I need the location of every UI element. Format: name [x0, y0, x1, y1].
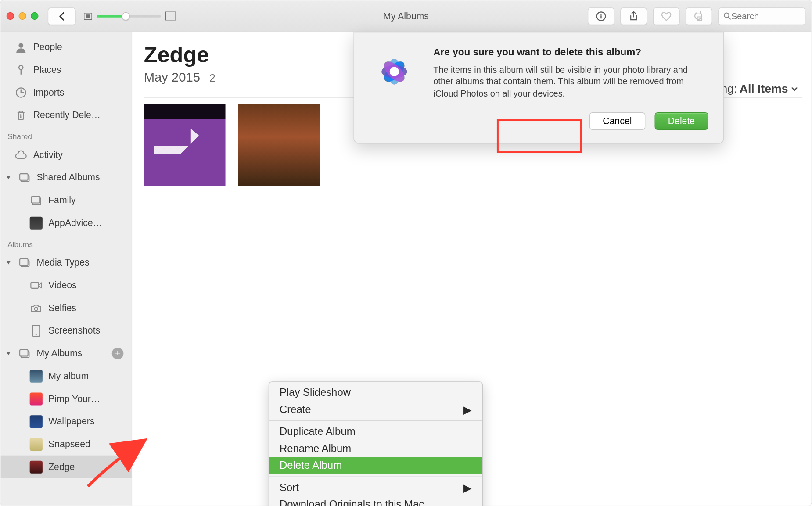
sidebar-label: Imports: [33, 87, 65, 97]
sidebar-item-shared-albums[interactable]: Shared Albums: [0, 166, 132, 189]
menu-separator: [269, 420, 482, 421]
chevron-down-icon: [790, 85, 799, 93]
disclosure-triangle-icon[interactable]: [5, 260, 11, 265]
sidebar-label: Recently Dele…: [33, 110, 101, 120]
cancel-button[interactable]: Cancel: [589, 112, 645, 130]
photo-grid: [144, 104, 320, 186]
sidebar-label: Pimp Your…: [48, 393, 100, 404]
zoom-slider[interactable]: [97, 15, 161, 17]
menu-item-download-originals[interactable]: Download Originals to this Mac: [269, 496, 482, 506]
zoom-small-icon[interactable]: [84, 13, 92, 20]
menu-item-label: Delete Album: [280, 459, 342, 472]
camera-icon: [30, 301, 43, 314]
sidebar-label: My album: [48, 371, 89, 381]
sidebar-label: Activity: [33, 149, 63, 160]
close-window-button[interactable]: [7, 12, 14, 20]
info-button[interactable]: [588, 7, 614, 25]
stack-icon: [18, 171, 31, 183]
pin-icon: [14, 63, 27, 76]
sidebar-item-zedge[interactable]: Zedge: [0, 456, 132, 478]
sidebar-label: Media Types: [37, 257, 90, 268]
sidebar-label: Places: [33, 65, 61, 75]
svg-rect-23: [20, 349, 28, 356]
sidebar-label: My Albums: [37, 348, 83, 359]
add-album-button[interactable]: +: [112, 348, 124, 359]
menu-item-delete-album[interactable]: Delete Album: [269, 457, 482, 474]
sidebar-item-people[interactable]: People: [0, 36, 132, 58]
svg-point-21: [36, 334, 37, 335]
svg-point-6: [18, 43, 23, 48]
fullscreen-window-button[interactable]: [31, 12, 38, 20]
share-button[interactable]: [620, 7, 647, 25]
menu-item-label: Sort: [280, 481, 299, 494]
disclosure-triangle-icon[interactable]: [5, 175, 11, 180]
svg-rect-2: [600, 15, 601, 18]
sidebar-item-family[interactable]: Family: [0, 189, 132, 212]
sidebar-item-snapseed[interactable]: Snapseed: [0, 433, 132, 456]
svg-rect-13: [20, 173, 28, 180]
window-controls: [7, 12, 39, 20]
device-icon: [30, 324, 43, 337]
photo-thumbnail[interactable]: [144, 104, 226, 186]
menu-item-play-slideshow[interactable]: Play Slideshow: [269, 384, 482, 401]
back-button[interactable]: [48, 7, 76, 25]
sidebar-item-screenshots[interactable]: Screenshots: [0, 319, 132, 342]
menu-item-label: Duplicate Album: [280, 426, 356, 438]
search-input[interactable]: [731, 11, 800, 21]
album-thumb-icon: [30, 460, 43, 473]
menu-item-label: Create: [280, 404, 311, 416]
main-content: Zedge May 2015 2 Showing: All Items: [132, 32, 811, 506]
sidebar-label: Zedge: [48, 462, 75, 472]
search-icon: [723, 12, 731, 21]
sidebar-item-appadvice[interactable]: AppAdvice…: [0, 212, 132, 234]
sidebar-label: AppAdvice…: [48, 218, 102, 228]
showing-value: All Items: [740, 82, 788, 96]
dialog-body: The items in this album will still be vi…: [433, 64, 708, 100]
delete-button[interactable]: Delete: [654, 112, 708, 130]
sidebar-item-places[interactable]: Places: [0, 58, 132, 81]
sidebar-header-albums: Albums: [0, 234, 132, 251]
sidebar-item-pimp-your[interactable]: Pimp Your…: [0, 387, 132, 410]
sidebar-item-media-types[interactable]: Media Types: [0, 251, 132, 274]
sidebar-label: Videos: [48, 280, 77, 291]
menu-item-sort[interactable]: Sort▶: [269, 479, 482, 496]
album-date: May 2015: [144, 70, 200, 85]
sidebar: People Places Imports Recently Dele… Sha…: [0, 32, 132, 506]
photo-thumbnail[interactable]: [238, 104, 320, 186]
sidebar-item-activity[interactable]: Activity: [0, 143, 132, 166]
minimize-window-button[interactable]: [18, 12, 26, 20]
album-thumb-icon: [30, 438, 43, 450]
sidebar-header-shared: Shared: [0, 126, 132, 143]
menu-item-label: Download Originals to this Mac: [280, 499, 424, 506]
album-thumb-icon: [30, 392, 43, 405]
sidebar-item-my-album[interactable]: My album: [0, 365, 132, 388]
person-icon: [14, 40, 27, 53]
sidebar-label: People: [33, 42, 62, 52]
svg-line-5: [728, 17, 730, 19]
menu-item-label: Rename Album: [280, 443, 351, 455]
sidebar-label: Screenshots: [48, 325, 100, 336]
rotate-button[interactable]: [686, 7, 712, 25]
search-field[interactable]: [718, 7, 805, 25]
svg-point-32: [390, 67, 399, 76]
delete-album-dialog: Are you sure you want to delete this alb…: [353, 32, 724, 143]
disclosure-triangle-icon[interactable]: [5, 351, 11, 356]
menu-separator: [269, 476, 482, 477]
stack-icon: [18, 347, 31, 359]
menu-item-duplicate-album[interactable]: Duplicate Album: [269, 423, 482, 440]
svg-rect-15: [32, 196, 40, 203]
sidebar-item-videos[interactable]: Videos: [0, 274, 132, 297]
zoom-slider-thumb[interactable]: [122, 12, 130, 20]
menu-item-rename-album[interactable]: Rename Album: [269, 440, 482, 457]
dialog-title: Are you sure you want to delete this alb…: [433, 47, 708, 58]
sidebar-item-recently-deleted[interactable]: Recently Dele…: [0, 104, 132, 126]
zoom-large-icon[interactable]: [165, 12, 176, 21]
sidebar-item-imports[interactable]: Imports: [0, 81, 132, 104]
sidebar-item-selfies[interactable]: Selfies: [0, 296, 132, 319]
photos-app-icon: [369, 47, 419, 97]
favorite-button[interactable]: [653, 7, 680, 25]
menu-item-create[interactable]: Create▶: [269, 401, 482, 418]
sidebar-item-my-albums[interactable]: My Albums +: [0, 342, 132, 365]
sidebar-label: Shared Albums: [37, 172, 100, 183]
sidebar-item-wallpapers[interactable]: Wallpapers: [0, 410, 132, 433]
